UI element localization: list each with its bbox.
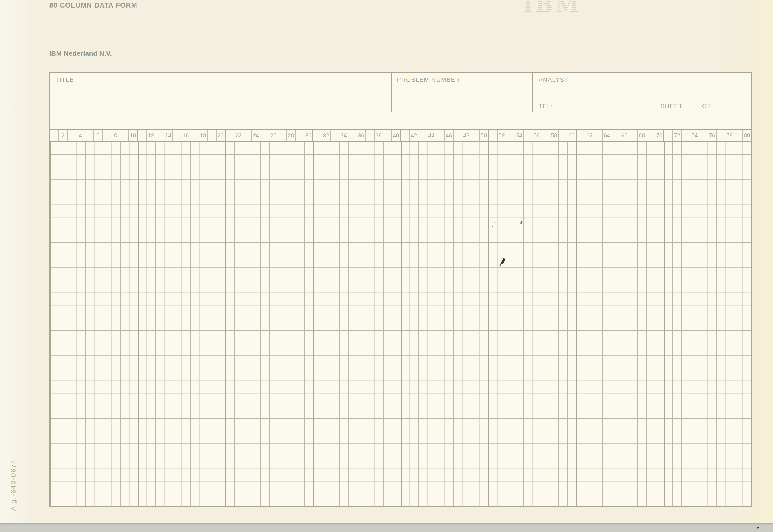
column-number-cell [331, 130, 340, 141]
column-number-cell [629, 130, 638, 141]
column-number-cell: 2 [59, 130, 67, 141]
column-number-cell: 14 [164, 130, 172, 141]
column-number-cell: 8 [111, 130, 120, 141]
column-number-cell [594, 130, 603, 141]
column-number-cell [313, 130, 322, 141]
column-number-cell [155, 130, 164, 141]
column-number-cell [401, 130, 410, 141]
problem-number-field: PROBLEM NUMBER [392, 73, 533, 112]
data-form-table: TITLE PROBLEM NUMBER ANALYST TEL: SHEET … [49, 72, 752, 507]
column-number-cell: 36 [357, 130, 366, 141]
column-number-cell [208, 130, 216, 141]
column-number-cell [366, 130, 374, 141]
column-number-cell: 18 [199, 130, 208, 141]
sheet-blank-rule [684, 102, 701, 108]
column-number-cell [524, 130, 532, 141]
column-number-cell [576, 130, 585, 141]
column-number-cell [559, 130, 567, 141]
column-number-cell [383, 130, 392, 141]
column-number-cell [50, 130, 59, 141]
column-number-cell [734, 130, 743, 141]
column-number-cell: 46 [445, 130, 453, 141]
column-number-cell: 58 [550, 130, 559, 141]
column-number-cell [243, 130, 252, 141]
paper-sheet: 80 COLUMN DATA FORM IBM IBM Nederland N.… [0, 0, 773, 523]
scanned-page: 80 COLUMN DATA FORM IBM IBM Nederland N.… [0, 0, 773, 532]
column-number-cell [418, 130, 427, 141]
column-number-cell: 6 [94, 130, 102, 141]
column-number-cell [261, 130, 269, 141]
sheet-field: SHEET OF [655, 73, 751, 112]
column-number-cell: 66 [620, 130, 629, 141]
form-number: Alg.-640-0674 [9, 459, 17, 511]
tel-label: TEL: [538, 103, 655, 110]
column-number-cell: 30 [304, 130, 313, 141]
column-number-cell: 28 [287, 130, 295, 141]
column-number-cell [278, 130, 287, 141]
column-number-cell [190, 130, 199, 141]
column-number-cell: 22 [234, 130, 243, 141]
column-number-cell [717, 130, 725, 141]
column-number-cell [612, 130, 620, 141]
of-label: OF [702, 103, 712, 110]
column-number-cell [664, 130, 673, 141]
column-number-cell: 32 [322, 130, 331, 141]
column-number-cell [296, 130, 304, 141]
column-number-cell [226, 130, 234, 141]
company-name: IBM Nederland N.V. [49, 50, 112, 57]
column-number-cell: 44 [427, 130, 436, 141]
form-header-row: TITLE PROBLEM NUMBER ANALYST TEL: SHEET … [50, 73, 751, 112]
column-number-cell [453, 130, 462, 141]
column-number-cell: 56 [532, 130, 541, 141]
column-number-cell: 24 [252, 130, 261, 141]
column-number-cell [436, 130, 445, 141]
problem-number-label: PROBLEM NUMBER [397, 76, 532, 83]
column-number-cell: 62 [585, 130, 594, 141]
scanner-debris-mark [757, 526, 759, 529]
column-number-cell [102, 130, 111, 141]
form-title: 80 COLUMN DATA FORM [49, 1, 137, 9]
column-number-cell: 80 [743, 130, 751, 141]
ink-speck [492, 226, 493, 227]
column-number-cell [138, 130, 146, 141]
column-number-cell: 4 [76, 130, 85, 141]
column-number-cell: 38 [375, 130, 383, 141]
of-blank-rule [713, 102, 746, 108]
column-number-cell [506, 130, 515, 141]
column-number-cell [173, 130, 181, 141]
column-number-cell: 72 [673, 130, 682, 141]
coding-grid [50, 142, 751, 506]
column-number-cell [699, 130, 708, 141]
column-number-cell: 52 [498, 130, 506, 141]
column-number-cell: 64 [603, 130, 612, 141]
column-number-cell: 40 [392, 130, 401, 141]
column-number-cell: 70 [655, 130, 664, 141]
column-number-cell [541, 130, 550, 141]
column-number-cell: 12 [147, 130, 155, 141]
column-number-cell: 20 [217, 130, 226, 141]
column-number-cell [85, 130, 94, 141]
column-number-cell: 60 [567, 130, 576, 141]
header-divider-rule [49, 45, 769, 45]
column-number-cell: 50 [480, 130, 489, 141]
column-number-cell [120, 130, 129, 141]
analyst-field: ANALYST TEL: [533, 73, 655, 112]
column-number-cell: 74 [691, 130, 699, 141]
ibm-logo: IBM [523, 0, 581, 14]
column-number-cell [471, 130, 480, 141]
column-number-cell: 10 [129, 130, 138, 141]
analyst-label: ANALYST [538, 76, 655, 83]
column-number-cell: 68 [638, 130, 646, 141]
column-number-cell [489, 130, 497, 141]
sheet-label: SHEET [661, 103, 683, 110]
column-number-cell: 48 [462, 130, 471, 141]
column-number-cell: 54 [515, 130, 523, 141]
column-number-cell: 16 [181, 130, 190, 141]
column-number-row: 2468101214161820222426283032343638404244… [50, 129, 751, 142]
blank-comment-strip [50, 112, 751, 129]
column-number-cell: 76 [708, 130, 717, 141]
column-number-cell: 34 [340, 130, 348, 141]
sheet-of-line: SHEET OF [661, 102, 747, 110]
column-number-cell: 78 [725, 130, 734, 141]
column-number-cell: 26 [269, 130, 278, 141]
